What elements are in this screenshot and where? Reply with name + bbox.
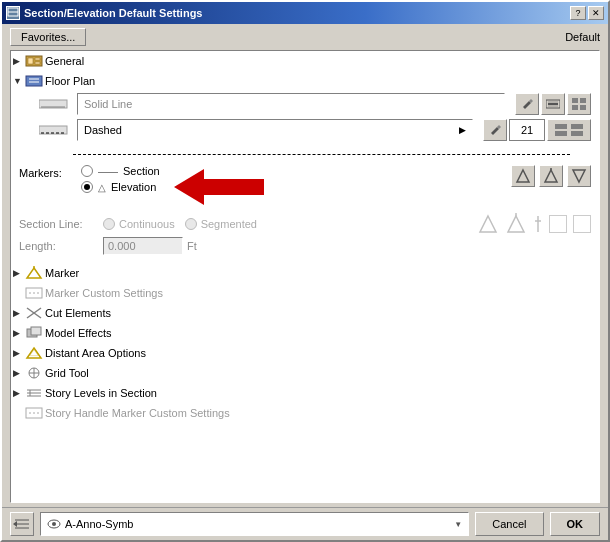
marker-right-icons — [511, 165, 591, 187]
section-line-options: Continuous Segmented — [103, 218, 257, 230]
right-graph-shapes — [477, 213, 591, 235]
icon-grid-tool — [23, 366, 45, 380]
pattern-icon-solid[interactable] — [567, 93, 591, 115]
label-story-handle: Story Handle Marker Custom Settings — [45, 407, 230, 419]
tree-item-cut-elements[interactable]: ▶ Cut Elements — [11, 303, 599, 323]
svg-rect-25 — [555, 124, 567, 129]
section-line-row: Section Line: Continuous Segmented — [19, 213, 591, 235]
expand-arrow-grid: ▶ — [13, 368, 23, 378]
check-box-1[interactable] — [549, 215, 567, 233]
solid-line-preview[interactable]: Solid Line — [77, 93, 505, 115]
continuous-option: Continuous — [103, 218, 175, 230]
label-distant-area: Distant Area Options — [45, 347, 146, 359]
dropdown-arrow-icon: ▼ — [454, 520, 462, 529]
stroke-icon-solid[interactable] — [541, 93, 565, 115]
markers-area: Markers: —— Section △ — [11, 161, 599, 211]
marker-icon-3[interactable] — [567, 165, 591, 187]
solid-line-buttons — [515, 93, 591, 115]
tree-item-story-handle[interactable]: ▶ Story Handle Marker Custom Settings — [11, 403, 599, 423]
window-icon — [6, 6, 20, 20]
length-unit: Ft — [187, 240, 197, 252]
radio-segmented — [185, 218, 197, 230]
icon-story-handle — [23, 406, 45, 420]
label-marker: Marker — [45, 267, 79, 279]
svg-rect-17 — [572, 105, 578, 110]
line-number-input[interactable]: 21 — [509, 119, 545, 141]
icon-distant-area — [23, 346, 45, 360]
cancel-button[interactable]: Cancel — [475, 512, 543, 536]
pen-icon-solid[interactable] — [515, 93, 539, 115]
radio-btn-section[interactable] — [81, 165, 93, 177]
svg-marker-39 — [27, 268, 41, 278]
svg-marker-34 — [480, 216, 496, 232]
window-title: Section/Elevation Default Settings — [24, 7, 202, 19]
label-segmented: Segmented — [201, 218, 257, 230]
radio-btn-elevation[interactable] — [81, 181, 93, 193]
dashed-line-graphic-row — [11, 143, 599, 161]
label-story-levels: Story Levels in Section — [45, 387, 157, 399]
main-dialog: Section/Elevation Default Settings ? ✕ F… — [0, 0, 610, 542]
tree-item-story-levels[interactable]: ▶ Story Levels in Section — [11, 383, 599, 403]
tree-item-general[interactable]: ▶ General — [11, 51, 599, 71]
dashed-icon-area — [39, 123, 69, 137]
radio-section[interactable]: —— Section — [81, 165, 160, 177]
shape-icon-2 — [505, 213, 527, 235]
icon-marker — [23, 266, 45, 280]
icon-model-effects — [23, 326, 45, 340]
eye-icon — [47, 517, 61, 531]
svg-rect-3 — [28, 58, 33, 64]
tree-item-distant-area[interactable]: ▶ Distant Area Options — [11, 343, 599, 363]
length-input[interactable] — [103, 237, 183, 255]
svg-rect-4 — [35, 58, 40, 60]
top-toolbar: Favorites... Default — [10, 28, 600, 46]
label-marker-custom: Marker Custom Settings — [45, 287, 163, 299]
title-bar: Section/Elevation Default Settings ? ✕ — [2, 2, 608, 24]
expand-arrow-model: ▶ — [13, 328, 23, 338]
svg-rect-16 — [580, 98, 586, 103]
tree-item-floorplan[interactable]: ▼ Floor Plan — [11, 71, 599, 91]
expand-arrow-general: ▶ — [13, 56, 23, 66]
tree-item-model-effects[interactable]: ▶ Model Effects — [11, 323, 599, 343]
dashed-line-preview[interactable]: Dashed ▶ — [77, 119, 473, 141]
favorites-button[interactable]: Favorites... — [10, 28, 86, 46]
expand-arrow-distant: ▶ — [13, 348, 23, 358]
settings-tree[interactable]: ▶ General ▼ — [10, 50, 600, 503]
svg-marker-31 — [545, 170, 557, 182]
title-controls: ? ✕ — [570, 6, 604, 20]
radio-elevation[interactable]: △ Elevation — [81, 181, 160, 193]
shape-icon-3 — [533, 213, 543, 235]
footer-layer-icon — [10, 512, 34, 536]
svg-marker-30 — [517, 170, 529, 182]
default-label: Default — [565, 31, 600, 43]
elevation-sym: △ — [98, 182, 106, 193]
length-label: Length: — [19, 240, 99, 252]
section-line-area: Section Line: Continuous Segmented — [11, 211, 599, 257]
check-box-2[interactable] — [573, 215, 591, 233]
pattern-icon-dashed[interactable] — [547, 119, 591, 141]
section-line-label: Section Line: — [19, 218, 99, 230]
layer-dropdown-content: A-Anno-Symb — [47, 517, 133, 531]
tree-item-grid-tool[interactable]: ▶ Grid Tool — [11, 363, 599, 383]
layer-dropdown[interactable]: A-Anno-Symb ▼ — [40, 512, 469, 536]
tree-item-marker-custom[interactable]: ▶ Marker Custom Settings — [11, 283, 599, 303]
dashed-row: Dashed ▶ 21 — [11, 117, 599, 143]
svg-rect-5 — [35, 62, 40, 64]
pen-icon-dashed[interactable] — [483, 119, 507, 141]
tree-item-marker[interactable]: ▶ Marker — [11, 263, 599, 283]
expand-arrow-cut: ▶ — [13, 308, 23, 318]
markers-radio-group: —— Section △ Elevation — [81, 165, 160, 193]
ok-button[interactable]: OK — [550, 512, 601, 536]
close-button[interactable]: ✕ — [588, 6, 604, 20]
svg-marker-33 — [573, 170, 585, 182]
svg-rect-28 — [571, 131, 583, 136]
dashed-line-arrow: ▶ — [459, 125, 466, 135]
layer-name: A-Anno-Symb — [65, 518, 133, 530]
icon-floorplan — [23, 74, 45, 88]
svg-marker-61 — [13, 521, 17, 527]
marker-icon-2[interactable] — [539, 165, 563, 187]
svg-rect-15 — [572, 98, 578, 103]
svg-rect-26 — [571, 124, 583, 129]
marker-icon-1[interactable] — [511, 165, 535, 187]
svg-point-63 — [52, 522, 56, 526]
help-button[interactable]: ? — [570, 6, 586, 20]
